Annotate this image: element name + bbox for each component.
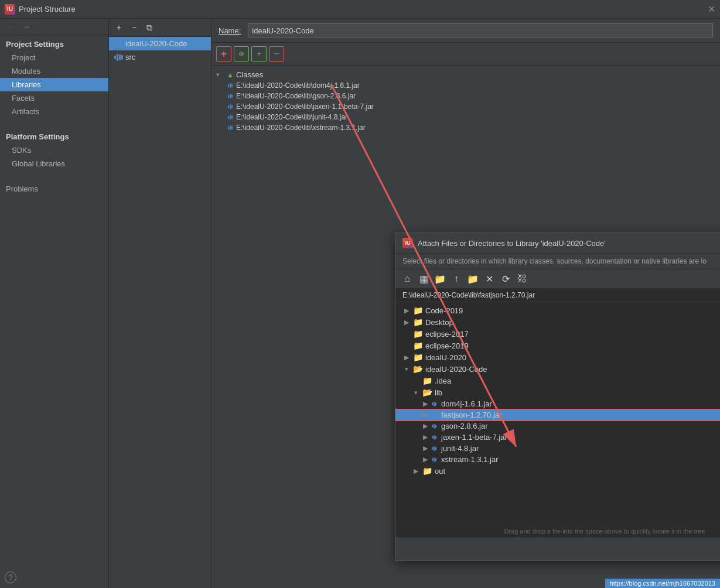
dtree-item-eclipse2019[interactable]: 📁 eclipse-2019 xyxy=(395,340,720,351)
attach-button[interactable]: ⊕ xyxy=(234,46,249,61)
dtree-item-gson[interactable]: ▶ gson-2.8.6.jar xyxy=(395,421,720,432)
classpath-toolbar: + ⊕ + − xyxy=(211,43,720,66)
add-library-button[interactable]: + xyxy=(112,21,125,34)
sidebar: ← → Project Settings Project Modules Lib… xyxy=(0,19,109,588)
lib-list-panel: + − ⧉ idealU-2020-Code xyxy=(109,19,211,588)
remove-library-button[interactable]: − xyxy=(128,21,141,34)
back-arrow-icon[interactable]: ← xyxy=(5,21,18,33)
dialog-tree[interactable]: ▶ 📁 Code-2019 ▶ 📁 Desktop xyxy=(395,302,720,525)
dtree-item-fastjson[interactable]: ▶ fastjson-1.2.70.jar xyxy=(395,409,720,421)
add-folder-button[interactable]: + xyxy=(251,46,267,61)
chevron-icon: ▶ xyxy=(421,445,429,452)
sidebar-item-modules[interactable]: Modules xyxy=(0,64,108,78)
url-bar: https://blog.csdn.net/mjh1667002013 xyxy=(605,579,720,588)
classes-green-icon: ▲ xyxy=(227,71,234,79)
classpath-item-label: E:\idealU-2020-Code\lib\junit-4.8.jar xyxy=(236,113,347,121)
sidebar-item-global-libraries[interactable]: Global Libraries xyxy=(0,157,108,170)
dialog-subtitle: Select files or directories in which lib… xyxy=(395,254,720,269)
folder-icon: 📁 xyxy=(413,341,423,350)
lib-item-src[interactable]: src xyxy=(109,50,211,64)
window-title: Project Structure xyxy=(19,5,76,13)
lib-bar-icon-src xyxy=(114,53,123,61)
jar-icon xyxy=(228,104,233,109)
classpath-item-gson[interactable]: E:\idealU-2020-Code\lib\gson-2.8.6.jar xyxy=(211,91,720,101)
dtree-item-junit[interactable]: ▶ junit-4.8.jar xyxy=(395,443,720,454)
dtree-item-idea[interactable]: 📁 .idea xyxy=(395,375,720,387)
folder-open-icon: 📂 xyxy=(422,388,432,397)
title-controls: ✕ xyxy=(707,5,715,13)
forward-arrow-icon[interactable]: → xyxy=(20,21,33,33)
dialog-title: Attach Files or Directories to Library '… xyxy=(418,239,606,248)
main-panel: + − ⧉ idealU-2020-Code xyxy=(109,19,720,588)
title-bar: IU Project Structure ✕ xyxy=(0,0,720,19)
lib-item-label: idealU-2020-Code xyxy=(125,39,187,48)
link-button[interactable]: ⛓ xyxy=(515,272,529,286)
library-name-input[interactable] xyxy=(248,23,713,37)
new-folder-button[interactable]: 📁 xyxy=(466,272,480,286)
dtree-item-label: Desktop xyxy=(425,318,453,327)
help-button[interactable]: ? xyxy=(5,572,16,583)
chevron-icon: ▶ xyxy=(402,354,411,361)
folder-icon: 📁 xyxy=(413,306,423,315)
bottom-help: ? xyxy=(0,567,108,588)
sidebar-item-libraries[interactable]: Libraries xyxy=(0,78,108,91)
sidebar-item-artifacts[interactable]: Artifacts xyxy=(0,105,108,118)
tree-view-button[interactable]: 📁 xyxy=(433,272,447,286)
list-view-button[interactable]: ▦ xyxy=(417,272,431,286)
dtree-item-jaxen[interactable]: ▶ jaxen-1.1-beta-7.jar xyxy=(395,432,720,443)
jar-icon xyxy=(228,94,233,98)
chevron-down-icon: ▾ xyxy=(412,389,420,396)
dtree-item-idealu2020[interactable]: ▶ 📁 idealU-2020 xyxy=(395,351,720,363)
dtree-item-label: fastjson-1.2.70.jar xyxy=(441,411,501,419)
folder-icon: 📁 xyxy=(422,376,432,385)
chevron-icon: ▶ xyxy=(412,467,420,475)
sidebar-item-facets[interactable]: Facets xyxy=(0,91,108,105)
classpath-item-dom4j[interactable]: E:\idealU-2020-Code\lib\dom4j-1.6.1.jar xyxy=(211,80,720,91)
dtree-item-lib[interactable]: ▾ 📂 lib xyxy=(395,387,720,398)
main-window: IU Project Structure ✕ ← → Project Setti… xyxy=(0,0,720,588)
dtree-item-eclipse2017[interactable]: 📁 eclipse-2017 xyxy=(395,328,720,340)
dtree-item-out[interactable]: ▶ 📁 out xyxy=(395,465,720,477)
lib-bar-icon xyxy=(114,40,123,48)
delete-button[interactable]: ✕ xyxy=(482,272,496,286)
dtree-item-idealu2020code[interactable]: ▾ 📂 idealU-2020-Code xyxy=(395,363,720,375)
dtree-item-code2019[interactable]: ▶ 📁 Code-2019 xyxy=(395,305,720,316)
refresh-button[interactable]: ⟳ xyxy=(499,272,513,286)
sidebar-item-project[interactable]: Project xyxy=(0,51,108,64)
jar-file-icon xyxy=(432,446,436,451)
dialog-app-icon: IU xyxy=(402,238,413,248)
chevron-icon: ▶ xyxy=(421,411,429,419)
dtree-item-xstream[interactable]: ▶ xstream-1.3.1.jar xyxy=(395,454,720,465)
home-button[interactable]: ⌂ xyxy=(400,272,414,286)
classpath-item-label: E:\idealU-2020-Code\lib\jaxen-1.1-beta-7… xyxy=(236,102,374,111)
lib-list-toolbar: + − ⧉ xyxy=(109,19,211,37)
sidebar-item-sdks[interactable]: SDKs xyxy=(0,143,108,157)
dtree-item-label: idealU-2020 xyxy=(425,353,466,362)
library-header: Name: xyxy=(211,19,720,43)
classpath-item-xstream[interactable]: E:\idealU-2020-Code\lib\xstream-1.3.1.ja… xyxy=(211,122,720,133)
classpath-item-jaxen[interactable]: E:\idealU-2020-Code\lib\jaxen-1.1-beta-7… xyxy=(211,101,720,112)
add-classpath-button[interactable]: + xyxy=(216,46,231,61)
lib-item-idealu-2020-code[interactable]: idealU-2020-Code xyxy=(109,37,211,50)
chevron-down-icon: ▾ xyxy=(402,365,411,373)
nav-up-button[interactable]: ↑ xyxy=(449,272,463,286)
classpath-item-junit[interactable]: E:\idealU-2020-Code\lib\junit-4.8.jar xyxy=(211,112,720,122)
remove-classpath-button[interactable]: − xyxy=(269,46,284,61)
classpath-item-label: E:\idealU-2020-Code\lib\xstream-1.3.1.ja… xyxy=(236,124,366,132)
copy-library-button[interactable]: ⧉ xyxy=(143,21,156,34)
classes-chevron-icon: ▾ xyxy=(216,71,224,78)
dtree-item-label: jaxen-1.1-beta-7.jar xyxy=(441,433,507,442)
dtree-item-desktop[interactable]: ▶ 📁 Desktop xyxy=(395,316,720,328)
folder-icon: 📁 xyxy=(413,329,423,339)
dtree-item-label: xstream-1.3.1.jar xyxy=(441,455,499,464)
dialog-buttons: OK Can xyxy=(395,537,720,560)
close-icon[interactable]: ✕ xyxy=(707,5,715,13)
classes-root: ▾ ▲ Classes xyxy=(211,69,720,80)
chevron-icon: ▶ xyxy=(402,319,411,326)
dtree-item-label: eclipse-2019 xyxy=(425,341,469,350)
sidebar-item-problems[interactable]: Problems xyxy=(0,180,108,196)
jar-icon xyxy=(228,125,233,130)
chevron-icon: ▶ xyxy=(421,456,429,463)
dtree-item-dom4j[interactable]: ▶ dom4j-1.6.1.jar xyxy=(395,398,720,409)
project-settings-section: Project Settings xyxy=(0,35,108,51)
